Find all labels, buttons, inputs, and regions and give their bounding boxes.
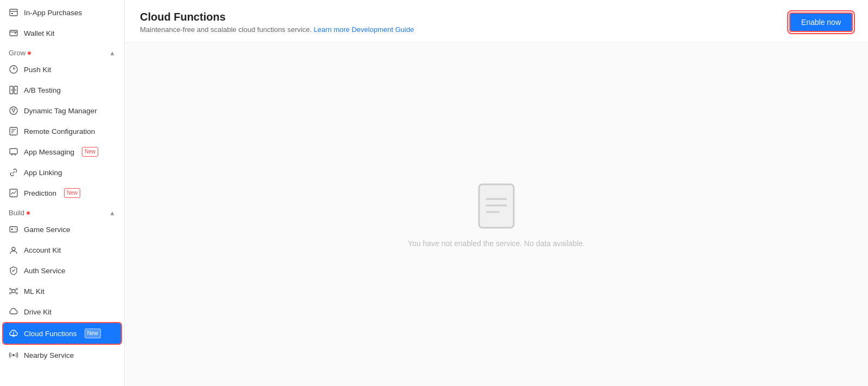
build-title: Build [9, 209, 24, 217]
page-subtitle: Maintenance-free and scalable cloud func… [140, 25, 414, 34]
sidebar-item-cloud-functions[interactable]: Cloud Functions New [3, 323, 121, 344]
sidebar-item-remote-configuration[interactable]: Remote Configuration [0, 121, 124, 141]
ab-testing-icon [9, 85, 18, 95]
svg-rect-4 [15, 33, 16, 34]
svg-line-36 [11, 292, 12, 293]
sidebar-item-dynamic-tag-manager[interactable]: Dynamic Tag Manager [0, 100, 124, 121]
grow-section-header: Grow ▲ [0, 43, 124, 59]
sidebar-item-label: App Linking [24, 169, 62, 177]
app-linking-icon [9, 168, 18, 177]
sidebar-item-in-app-purchases[interactable]: In-App Purchases [0, 2, 124, 23]
sidebar-item-prediction[interactable]: Prediction New [0, 183, 124, 203]
build-collapse-icon[interactable]: ▲ [109, 209, 116, 217]
account-kit-icon [9, 245, 18, 255]
svg-line-20 [11, 192, 12, 195]
cloud-functions-badge: New [85, 329, 101, 338]
in-app-purchases-icon [9, 8, 18, 17]
sidebar-item-label: A/B Testing [24, 86, 61, 94]
sidebar-item-app-linking[interactable]: App Linking [0, 162, 124, 183]
sidebar-item-account-kit[interactable]: Account Kit [0, 240, 124, 260]
main-body: You have not enabled the service. No dat… [125, 43, 868, 386]
grow-title: Grow [9, 49, 25, 57]
sidebar-item-label: Dynamic Tag Manager [24, 107, 97, 115]
sidebar-item-push-kit[interactable]: Push Kit [0, 59, 124, 80]
drive-kit-icon [9, 307, 18, 317]
svg-point-26 [15, 228, 16, 229]
sidebar-item-ab-testing[interactable]: A/B Testing [0, 80, 124, 100]
sidebar-item-label: Prediction [24, 189, 56, 197]
ml-kit-icon [9, 286, 18, 296]
sidebar-item-nearby-service[interactable]: Nearby Service [0, 345, 124, 365]
sidebar-item-label: Drive Kit [24, 308, 52, 316]
build-dot [27, 211, 30, 215]
sidebar-item-label: App Messaging [24, 148, 74, 156]
header-left: Cloud Functions Maintenance-free and sca… [140, 11, 414, 34]
nearby-service-icon [9, 350, 18, 360]
empty-state-icon [475, 182, 518, 230]
sidebar-item-label: Wallet Kit [24, 29, 55, 37]
svg-point-39 [12, 354, 15, 356]
wallet-kit-icon [9, 28, 18, 38]
svg-line-37 [15, 292, 16, 293]
auth-service-icon [9, 266, 18, 275]
grow-collapse-icon[interactable]: ▲ [109, 49, 116, 57]
svg-line-21 [12, 192, 14, 194]
remote-config-icon [9, 126, 18, 136]
page-header: Cloud Functions Maintenance-free and sca… [125, 0, 868, 43]
sidebar-item-ml-kit[interactable]: ML Kit [0, 281, 124, 301]
sidebar-item-auth-service[interactable]: Auth Service [0, 260, 124, 281]
sidebar-item-label: Remote Configuration [24, 127, 95, 136]
push-kit-icon [9, 65, 18, 74]
svg-line-35 [15, 290, 16, 291]
svg-rect-18 [10, 149, 17, 154]
sidebar-item-game-service[interactable]: Game Service [0, 219, 124, 240]
prediction-badge: New [64, 188, 80, 198]
sidebar-item-app-messaging[interactable]: App Messaging New [0, 141, 124, 162]
dev-guide-link[interactable]: Development Guide [352, 25, 414, 34]
build-section-header: Build ▲ [0, 203, 124, 219]
svg-point-30 [10, 288, 11, 290]
svg-point-13 [10, 107, 17, 114]
sidebar-item-label: Account Kit [24, 246, 61, 254]
svg-point-27 [16, 229, 17, 230]
svg-line-34 [11, 290, 12, 291]
empty-state-text: You have not enabled the service. No dat… [408, 239, 585, 248]
sidebar: In-App Purchases Wallet Kit Grow ▲ [0, 0, 125, 386]
svg-rect-2 [11, 13, 13, 14]
sidebar-item-label: Push Kit [24, 66, 51, 74]
svg-line-22 [14, 191, 16, 194]
page-title: Cloud Functions [140, 11, 414, 23]
svg-point-33 [16, 293, 18, 294]
svg-point-28 [12, 247, 15, 250]
cloud-functions-icon [9, 329, 18, 338]
app-messaging-badge: New [82, 147, 98, 157]
game-service-icon [9, 224, 18, 234]
svg-point-32 [10, 293, 11, 294]
sidebar-item-label: In-App Purchases [24, 9, 82, 17]
svg-point-31 [16, 288, 18, 290]
svg-rect-0 [10, 9, 17, 16]
sidebar-item-wallet-kit[interactable]: Wallet Kit [0, 23, 124, 43]
enable-now-button[interactable]: Enable now [789, 12, 853, 32]
main-content: Cloud Functions Maintenance-free and sca… [125, 0, 868, 386]
sidebar-item-label: ML Kit [24, 287, 44, 295]
sidebar-item-label: Nearby Service [24, 351, 74, 359]
prediction-icon [9, 188, 18, 198]
sidebar-item-label: Game Service [24, 226, 71, 234]
grow-dot [28, 52, 31, 55]
learn-more-link[interactable]: Learn more [314, 25, 349, 34]
sidebar-item-label: Auth Service [24, 267, 66, 275]
app-messaging-icon [9, 147, 18, 157]
dynamic-tag-icon [9, 106, 18, 115]
sidebar-item-label: Cloud Functions [24, 330, 77, 338]
sidebar-item-drive-kit[interactable]: Drive Kit [0, 301, 124, 322]
